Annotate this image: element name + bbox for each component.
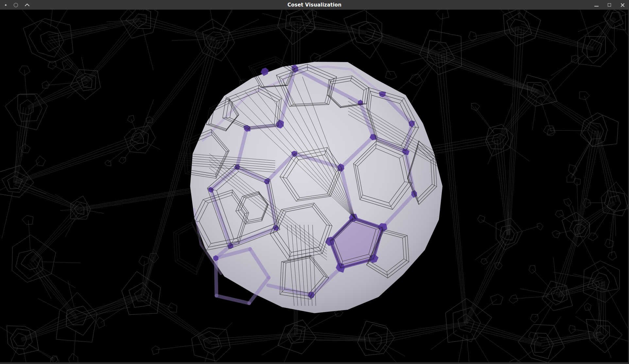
close-button[interactable] [619,1,626,9]
record-circle-icon[interactable] [14,3,18,7]
window-controls [592,0,626,10]
window-title: Coset Visualization [287,2,341,8]
titlebar-left-icons [0,0,30,10]
close-icon [620,3,625,7]
visualization-canvas[interactable] [0,0,629,364]
maximize-icon [608,3,611,7]
chevron-up-icon[interactable] [25,3,30,7]
window-bottom-border [0,362,629,364]
minimize-icon [594,6,599,7]
app-dot-icon [5,4,7,6]
app-window: Coset Visualization [0,0,629,364]
maximize-button[interactable] [605,1,613,9]
titlebar[interactable]: Coset Visualization [0,0,629,10]
coset-visualization-scene[interactable] [0,0,629,364]
minimize-button[interactable] [592,1,600,9]
